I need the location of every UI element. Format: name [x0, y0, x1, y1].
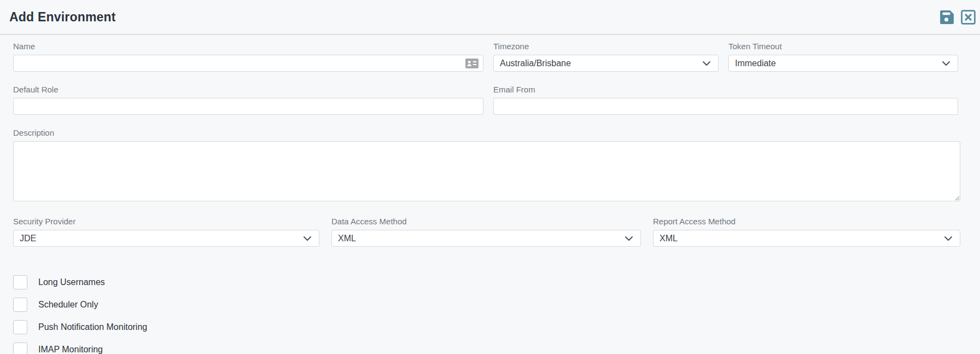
description-label: Description — [13, 128, 960, 137]
data-access-method-field-group: Data Access Method XML — [331, 217, 641, 247]
add-environment-form: Name Timezone Australia/Brisbane — [0, 35, 980, 354]
chevron-down-icon — [941, 58, 952, 69]
report-access-method-select[interactable]: XML — [653, 230, 960, 247]
default-role-label: Default Role — [13, 85, 483, 94]
report-access-method-value: XML — [660, 234, 678, 243]
form-row-1: Name Timezone Australia/Brisbane — [13, 42, 960, 72]
name-field-group: Name — [13, 42, 483, 72]
name-input[interactable] — [13, 55, 483, 72]
long-usernames-checkbox[interactable] — [13, 275, 27, 289]
email-from-field-group: Email From — [493, 85, 958, 115]
default-role-field-group: Default Role — [13, 85, 483, 115]
scheduler-only-checkbox[interactable] — [13, 298, 27, 312]
token-timeout-value: Immediate — [735, 59, 776, 68]
security-provider-select[interactable]: JDE — [13, 230, 319, 247]
description-textarea[interactable] — [13, 141, 960, 201]
scheduler-only-label: Scheduler Only — [38, 300, 98, 310]
checkbox-row-scheduler-only: Scheduler Only — [13, 298, 960, 312]
close-button[interactable] — [960, 9, 976, 25]
form-row-2: Default Role Email From — [13, 85, 960, 115]
email-from-input[interactable] — [493, 98, 958, 115]
email-from-label: Email From — [493, 85, 958, 94]
data-access-method-select[interactable]: XML — [331, 230, 641, 247]
push-notification-monitoring-label: Push Notification Monitoring — [38, 322, 147, 332]
chevron-down-icon — [623, 233, 634, 244]
close-icon — [961, 10, 976, 25]
imap-monitoring-label: IMAP Monitoring — [38, 345, 103, 354]
timezone-value: Australia/Brisbane — [500, 59, 571, 68]
save-icon — [939, 10, 954, 25]
data-access-method-label: Data Access Method — [331, 217, 641, 226]
report-access-method-field-group: Report Access Method XML — [653, 217, 960, 247]
timezone-label: Timezone — [493, 42, 719, 51]
token-timeout-field-group: Token Timeout Immediate — [728, 42, 958, 72]
data-access-method-value: XML — [338, 234, 356, 243]
security-provider-value: JDE — [20, 234, 36, 243]
token-timeout-label: Token Timeout — [728, 42, 958, 51]
security-provider-field-group: Security Provider JDE — [13, 217, 319, 247]
options-checkbox-group: Long Usernames Scheduler Only Push Notif… — [13, 275, 960, 354]
form-row-4: Security Provider JDE Data Access Method… — [13, 217, 960, 247]
header-actions — [938, 9, 976, 25]
default-role-input[interactable] — [13, 98, 483, 115]
timezone-field-group: Timezone Australia/Brisbane — [493, 42, 719, 72]
header-bar: Add Environment — [0, 0, 980, 35]
save-button[interactable] — [938, 9, 954, 25]
checkbox-row-long-usernames: Long Usernames — [13, 275, 960, 289]
push-notification-monitoring-checkbox[interactable] — [13, 320, 27, 334]
token-timeout-select[interactable]: Immediate — [728, 55, 958, 72]
report-access-method-label: Report Access Method — [653, 217, 960, 226]
address-card-icon[interactable] — [465, 58, 479, 68]
chevron-down-icon — [302, 233, 313, 244]
timezone-select[interactable]: Australia/Brisbane — [493, 55, 719, 72]
chevron-down-icon — [701, 58, 712, 69]
chevron-down-icon — [943, 233, 954, 244]
imap-monitoring-checkbox[interactable] — [13, 343, 27, 354]
checkbox-row-push-notification-monitoring: Push Notification Monitoring — [13, 320, 960, 334]
page-title: Add Environment — [9, 10, 116, 25]
checkbox-row-imap-monitoring: IMAP Monitoring — [13, 343, 960, 354]
name-label: Name — [13, 42, 483, 51]
security-provider-label: Security Provider — [13, 217, 319, 226]
description-field-group: Description — [13, 128, 960, 204]
long-usernames-label: Long Usernames — [38, 277, 105, 287]
